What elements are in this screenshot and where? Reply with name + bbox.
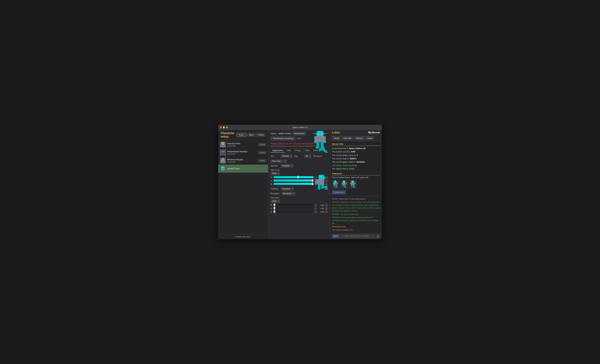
char-preview-standing xyxy=(312,130,328,154)
lobby-content: Server Info Hi and welcome to Space Stat… xyxy=(330,141,382,233)
customize-button[interactable]: Customize xyxy=(332,190,346,194)
eye-color-mode-row: RGB HSV xyxy=(271,200,328,203)
species-select[interactable]: Reptilian Human xyxy=(281,164,293,168)
eye-r-slider[interactable] xyxy=(274,204,313,206)
char-item-wits[interactable]: Witseidutsei-Neetizei passenger Delete xyxy=(218,149,268,157)
eye-b-value: 0.00 xyxy=(318,211,324,213)
char-item-rihanna[interactable]: Rihanna Murphy passenger Delete xyxy=(218,157,268,165)
eye-b-plus[interactable]: + xyxy=(325,211,328,213)
svg-rect-48 xyxy=(316,136,324,142)
svg-rect-13 xyxy=(221,152,225,155)
pronouns-select[interactable]: She / Her He / Him They / Them xyxy=(271,159,287,163)
options-button[interactable]: Options xyxy=(354,136,364,140)
skin-b-slider[interactable] xyxy=(274,183,313,185)
leave-button[interactable]: Leave xyxy=(365,136,374,140)
save-header-button[interactable]: Save xyxy=(247,133,256,137)
chat-section: ADMIN: Admin login: localhost@vulppine S… xyxy=(332,196,380,232)
skin-r-slider[interactable] xyxy=(274,176,313,178)
tab-antags[interactable]: Antags xyxy=(293,149,302,153)
tab-jobs[interactable]: Jobs xyxy=(285,149,293,153)
eye-r-minus[interactable]: - xyxy=(314,204,317,206)
eye-r-label: R xyxy=(271,204,273,206)
chat-line-1: SERVER: Welcome to Space Station 14! If … xyxy=(332,201,380,212)
age-label: Age: xyxy=(294,155,302,157)
svg-rect-71 xyxy=(324,186,328,188)
svg-rect-22 xyxy=(221,160,225,163)
svg-rect-52 xyxy=(323,141,326,143)
create-slot-button[interactable]: Create new slot... xyxy=(218,234,268,239)
ooc-badge[interactable]: OOC xyxy=(332,234,339,238)
tab-appearance[interactable]: Appearance xyxy=(271,149,285,153)
char-avatar-rihanna xyxy=(220,158,226,164)
skin-b-slider-container xyxy=(274,183,313,185)
svg-rect-89 xyxy=(346,183,347,184)
randomize-everything-button[interactable]: Randomize everything xyxy=(271,136,295,140)
svg-rect-90 xyxy=(343,185,344,187)
char-item-iantha[interactable]: Iantha Green xyxy=(218,165,268,173)
tab-traits[interactable]: Traits xyxy=(303,149,311,153)
delete-hannah-button[interactable]: Delete xyxy=(258,143,266,146)
name-value: Iantha Green xyxy=(278,132,291,135)
svg-rect-85 xyxy=(343,181,344,182)
eye-rgb-select[interactable]: RGB HSV xyxy=(271,200,280,203)
minimize-window-button[interactable] xyxy=(223,126,225,128)
char-info-hannah: Hannah Khan passenger xyxy=(227,142,257,147)
skin-rgb-select[interactable]: RGB HSV Hex xyxy=(271,172,280,175)
svg-rect-91 xyxy=(344,185,346,187)
eye-g-slider[interactable] xyxy=(274,207,313,209)
sex-select[interactable]: Female Male xyxy=(281,154,292,158)
ahelp-button[interactable]: AHelp xyxy=(332,136,341,140)
svg-rect-88 xyxy=(342,183,343,184)
svg-rect-97 xyxy=(351,183,354,185)
char-role-hannah: passenger xyxy=(227,145,257,147)
skin-r-label: R xyxy=(271,176,273,179)
eye-g-label: G xyxy=(271,207,273,210)
chat-input[interactable] xyxy=(340,234,375,238)
svg-rect-29 xyxy=(221,167,222,168)
clothing-select-wrap: Jumpsuit None xyxy=(281,187,294,190)
svg-rect-4 xyxy=(221,145,225,147)
save-char-button[interactable]: Save xyxy=(296,137,302,140)
eye-g-slider-container xyxy=(274,207,313,210)
server-players: The current player count is: 1 xyxy=(332,154,380,157)
eye-rgb-select-wrap: RGB HSV xyxy=(271,200,280,203)
filter-button[interactable]: ▼ xyxy=(376,234,380,238)
svg-rect-16 xyxy=(222,155,223,155)
sex-label: Sex: xyxy=(271,155,279,157)
delete-rihanna-button[interactable]: Delete xyxy=(258,159,266,162)
maximize-window-button[interactable] xyxy=(226,126,228,128)
randomize-name-button[interactable]: Randomize xyxy=(292,132,306,135)
eye-r-plus[interactable]: + xyxy=(325,204,328,206)
char-walking-sprite xyxy=(312,174,328,194)
close-header-button[interactable]: Close xyxy=(256,133,266,137)
eye-b-slider[interactable] xyxy=(274,211,313,213)
char-avatar-hannah xyxy=(220,142,226,148)
char-name-iantha: Iantha Green xyxy=(227,167,266,170)
svg-rect-76 xyxy=(336,181,337,182)
server-motto: >No stress, build something! xyxy=(332,164,380,167)
eye-b-minus[interactable]: - xyxy=(314,211,317,213)
server-map: The current map is: Saltern xyxy=(332,157,380,160)
call-vote-button[interactable]: Call vote xyxy=(342,136,353,140)
svg-rect-38 xyxy=(222,170,223,171)
char-item-hannah[interactable]: Hannah Khan passenger Delete xyxy=(218,140,268,149)
close-window-button[interactable] xyxy=(220,126,222,128)
rules-button[interactable]: Rules xyxy=(236,133,246,137)
delete-wits-button[interactable]: Delete xyxy=(258,151,266,154)
age-select[interactable]: 66 xyxy=(304,154,311,158)
skin-g-slider[interactable] xyxy=(274,179,313,181)
svg-rect-24 xyxy=(224,160,225,162)
clothing-select[interactable]: Jumpsuit None xyxy=(281,187,294,190)
clothing-label: Clothing: xyxy=(271,188,279,190)
svg-rect-43 xyxy=(323,132,324,135)
backpack-select-wrap: Backpack Satchel Duffel xyxy=(281,192,295,195)
eye-g-minus[interactable]: - xyxy=(314,207,317,210)
eye-color-label: Eye color: xyxy=(271,196,328,199)
backpack-select[interactable]: Backpack Satchel Duffel xyxy=(281,192,295,195)
svg-rect-47 xyxy=(321,134,322,134)
eye-g-plus[interactable]: + xyxy=(325,207,328,210)
char-avatar-iantha xyxy=(220,166,226,172)
svg-rect-61 xyxy=(319,175,325,179)
svg-rect-37 xyxy=(224,168,225,170)
svg-rect-46 xyxy=(318,134,319,134)
